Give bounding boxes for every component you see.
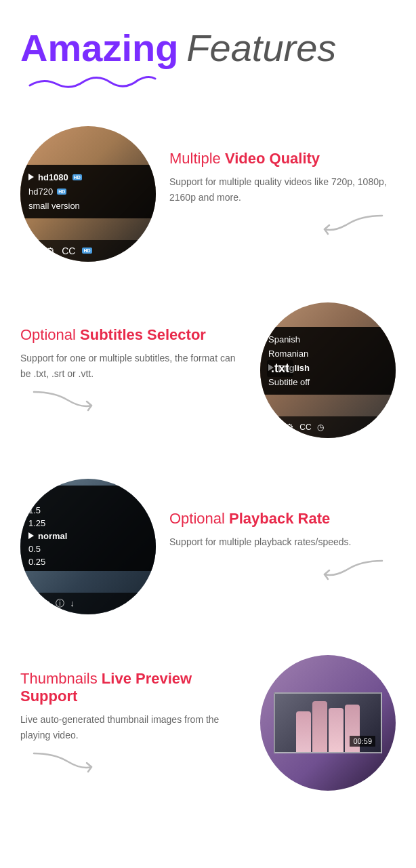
feature-subtitles-row: .txt Spanish Romanian English Subtitle o…: [20, 302, 396, 438]
feature-pb-title-bold: Playback Rate: [229, 510, 330, 527]
vq-label-small: small version: [28, 201, 80, 211]
feature-pb-desc: Support for multiple playback rates/spee…: [169, 534, 396, 549]
sub-cc-icon: CC: [299, 422, 311, 432]
tn-fig-3: [329, 708, 344, 752]
feature-pb-title-plain: Optional: [169, 510, 229, 527]
vq-label-hd720: hd720: [28, 186, 53, 197]
code-icon: </>: [26, 245, 39, 256]
arrow-left-container: [169, 210, 396, 237]
hd-badge: HD: [72, 174, 82, 180]
sub-label-off: Subtitle off: [268, 377, 310, 387]
arrow-right-tn-container: [20, 748, 247, 775]
pb-item-1_25: 1.25: [28, 517, 148, 530]
arrow-left-pb-svg: [314, 555, 396, 583]
pb-item-1_5: 1.5: [28, 504, 148, 517]
feature-sub-title-bold: Subtitles Selector: [80, 326, 206, 343]
feature-sub-desc: Support for one or multiple subtitles, t…: [20, 351, 247, 381]
sub-label-romanian: Romanian: [268, 349, 308, 359]
pb-down-icon: ↓: [70, 598, 75, 608]
feature-vq-desc: Support for multiple quality videos like…: [169, 174, 396, 205]
play-icon: [28, 174, 34, 180]
vq-item-small: small version: [28, 199, 148, 213]
pb-menu: 2 1.5 1.25 normal 0.5 0.25: [20, 486, 156, 571]
feature-tn-desc: Live auto-generated thumbnail images fro…: [20, 712, 247, 743]
feature-vq-title: Multiple Video Quality: [169, 150, 396, 167]
feature-sub-title: Optional Subtitles Selector: [20, 326, 247, 344]
feature-pb-title: Optional Playback Rate: [169, 510, 396, 528]
sub-time-icon: ◷: [317, 422, 324, 432]
feature-sub-image: .txt Spanish Romanian English Subtitle o…: [260, 302, 396, 438]
feature-sub-title-plain: Optional: [20, 326, 80, 343]
feature-vq-image: hd1080 HD hd720 HD small version </> ⚙ C…: [20, 126, 156, 262]
sub-item-off: Subtitle off: [268, 375, 388, 389]
feature-pb-image: 2 1.5 1.25 normal 0.5 0.25 </> ◷ ⓘ ↓: [20, 479, 156, 614]
tn-fig-1: [296, 711, 311, 752]
sub-settings-icon: ⚙: [285, 422, 294, 433]
sub-item-spanish: Spanish: [268, 332, 388, 347]
feature-vq-text: Multiple Video Quality Support for multi…: [169, 150, 396, 237]
pb-control-bar: </> ◷ ⓘ ↓: [20, 593, 156, 614]
txt-label: .txt: [267, 360, 293, 377]
header-title: Amazing Features: [20, 27, 396, 69]
sub-label-spanish: Spanish: [268, 334, 300, 344]
pb-item-0_25: 0.25: [28, 555, 148, 568]
arrow-right-svg: [20, 387, 102, 414]
sub-control-bar: HD ⚙ CC ◷: [260, 416, 396, 438]
feature-tn-title: Thumbnails Live Preview Support: [20, 670, 247, 705]
tn-preview-box: 00:59: [274, 692, 382, 753]
amazing-text: Amazing: [20, 27, 178, 69]
vq-menu: hd1080 HD hd720 HD small version: [20, 165, 156, 218]
feature-tn-image: 00:59: [260, 655, 396, 791]
feature-vq-title-bold: Video Quality: [225, 150, 320, 167]
feature-tn-text: Thumbnails Live Preview Support Live aut…: [20, 670, 247, 775]
pb-info-icon: ⓘ: [56, 597, 64, 610]
arrow-right-container: [20, 387, 247, 414]
play-icon-pb: [28, 532, 34, 539]
feature-playback-row: 2 1.5 1.25 normal 0.5 0.25 </> ◷ ⓘ ↓ Opt…: [20, 479, 396, 614]
arrow-left-pb-container: [169, 555, 396, 583]
hd-sub-badge: HD: [266, 422, 280, 433]
header-section: Amazing Features: [20, 27, 396, 92]
pb-item-0_5: 0.5: [28, 542, 148, 555]
feature-tn-title-plain: Thumbnails: [20, 670, 102, 687]
feature-video-quality-row: hd1080 HD hd720 HD small version </> ⚙ C…: [20, 126, 396, 262]
page-wrapper: Amazing Features hd1080 HD hd720 HD smal…: [0, 0, 416, 868]
vq-item-hd1080: hd1080 HD: [28, 170, 148, 184]
features-text: Features: [186, 27, 336, 69]
arrow-right-tn-svg: [20, 748, 102, 775]
sub-item-romanian: Romanian: [268, 347, 388, 361]
hd-badge-720: HD: [57, 189, 66, 195]
feature-vq-title-plain: Multiple: [169, 150, 225, 167]
feature-pb-text: Optional Playback Rate Support for multi…: [169, 510, 396, 582]
vq-label-hd1080: hd1080: [38, 172, 68, 182]
pb-clock-icon: ◷: [43, 598, 50, 608]
pb-code-icon: </>: [26, 599, 37, 608]
feature-sub-text: Optional Subtitles Selector Support for …: [20, 326, 247, 414]
pb-item-2: 2: [28, 491, 148, 504]
vq-item-hd720: hd720 HD: [28, 184, 148, 199]
settings-icon: ⚙: [46, 245, 55, 256]
pb-item-normal: normal: [28, 530, 148, 542]
tn-timestamp: 00:59: [350, 736, 375, 747]
vq-control-bar: </> ⚙ CC HD: [20, 240, 156, 262]
tn-fig-2: [312, 701, 327, 752]
cc-icon: CC: [62, 245, 75, 256]
arrow-left-svg: [314, 210, 396, 237]
feature-thumbnails-row: 00:59 Thumbnails Live Preview Support Li…: [20, 655, 396, 791]
underline-decoration: [23, 73, 159, 90]
hd-bar-badge: HD: [82, 248, 91, 254]
